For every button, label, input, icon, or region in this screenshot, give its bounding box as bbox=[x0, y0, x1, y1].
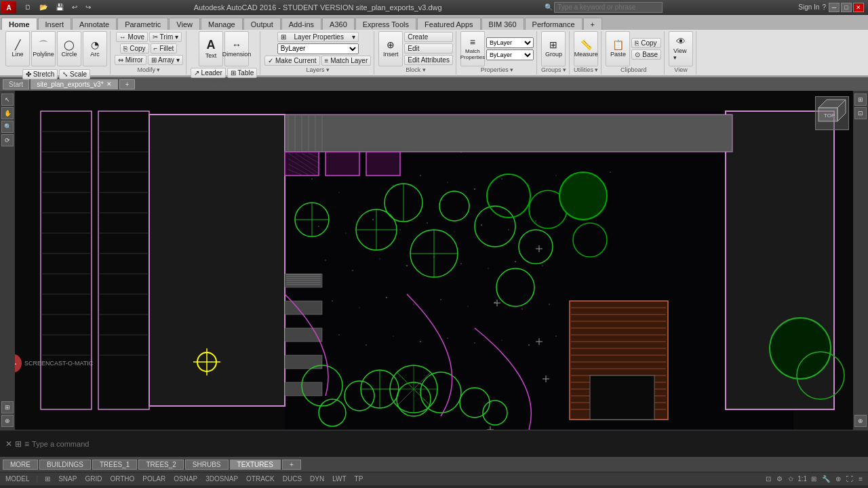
tool-copy[interactable]: ⎘ Copy bbox=[120, 43, 149, 54]
bottom-tab-trees2[interactable]: TREES_2 bbox=[138, 460, 183, 470]
tab-view[interactable]: View bbox=[169, 18, 200, 30]
qa-save[interactable]: 💾 bbox=[56, 3, 64, 11]
ortho-btn[interactable]: GRID bbox=[83, 475, 103, 483]
lwt-btn[interactable]: DYN bbox=[309, 475, 326, 483]
tool-insert[interactable]: ⊕ Insert bbox=[378, 31, 403, 66]
close-button[interactable]: ✕ bbox=[853, 3, 864, 12]
tab-plus[interactable]: + bbox=[583, 18, 602, 30]
tool-array[interactable]: ⊞ Array ▾ bbox=[148, 55, 183, 65]
tool-mirror[interactable]: ⇔ Mirror bbox=[115, 55, 146, 65]
right-tool-1[interactable]: ⊞ bbox=[854, 94, 867, 106]
tool-base[interactable]: ⊙ Base bbox=[631, 49, 661, 60]
make-current-btn[interactable]: ✓ Make Current bbox=[264, 56, 319, 66]
tab-insert[interactable]: Insert bbox=[38, 18, 72, 30]
right-tool-bottom[interactable]: ⊕ bbox=[854, 415, 867, 427]
customization-btn[interactable]: ≡ bbox=[857, 475, 864, 483]
tab-a360[interactable]: A360 bbox=[322, 18, 355, 30]
navcube[interactable]: TOP bbox=[815, 96, 849, 130]
command-input[interactable] bbox=[32, 440, 863, 448]
qa-redo[interactable]: ↪ bbox=[85, 3, 91, 11]
tab-parametric[interactable]: Parametric bbox=[117, 18, 168, 30]
left-tool-bottom1[interactable]: ⊞ bbox=[1, 401, 14, 413]
qa-open[interactable]: 📂 bbox=[39, 3, 47, 11]
color-selector[interactable]: ByLayer bbox=[486, 37, 534, 48]
draw-tab-new[interactable]: + bbox=[119, 79, 136, 89]
draw-tab-start[interactable]: Start bbox=[3, 79, 29, 89]
tool-edit[interactable]: Edit bbox=[404, 43, 453, 54]
tab-performance[interactable]: Performance bbox=[525, 18, 583, 30]
bottom-tab-more[interactable]: MORE bbox=[3, 460, 38, 470]
workspace-btn[interactable]: ✩ bbox=[787, 475, 795, 483]
left-tool-bottom2[interactable]: ⊕ bbox=[1, 415, 14, 427]
match-layer-btn[interactable]: ≡ Match Layer bbox=[321, 56, 372, 66]
tool-polyline[interactable]: ⌒ Polyline bbox=[31, 31, 56, 66]
cmdline-expand[interactable]: ⊞ bbox=[15, 439, 22, 449]
tool-stretch[interactable]: ✤ Stretch bbox=[22, 69, 58, 79]
tool-table[interactable]: ⊞ Table bbox=[227, 68, 258, 78]
tool-leader[interactable]: ↗ Leader bbox=[191, 68, 226, 78]
right-tool-2[interactable]: ⊡ bbox=[854, 107, 867, 119]
isolate-btn[interactable]: ⊡ bbox=[764, 475, 772, 483]
tool-view[interactable]: 👁 View ▾ bbox=[669, 31, 693, 66]
polar-btn[interactable]: ORTHO bbox=[108, 475, 136, 483]
global-search[interactable] bbox=[554, 2, 663, 13]
tab-addins[interactable]: Add-ins bbox=[281, 18, 321, 30]
tool-line[interactable]: ╱ Line bbox=[5, 31, 30, 66]
minimize-button[interactable]: ─ bbox=[829, 3, 840, 12]
bottom-tab-plus[interactable]: + bbox=[282, 460, 301, 470]
bottom-tab-trees1[interactable]: TREES_1 bbox=[92, 460, 137, 470]
otrack-btn[interactable]: 3DOSNAP bbox=[204, 475, 239, 483]
tab-featured[interactable]: Featured Apps bbox=[417, 18, 481, 30]
fullscreen-btn[interactable]: ⛶ bbox=[845, 475, 854, 483]
tool-fillet[interactable]: ⌐ Fillet bbox=[151, 43, 178, 54]
layer-properties[interactable]: ⊞Layer Properties▾ bbox=[277, 32, 359, 42]
ducs-btn[interactable]: OTRACK bbox=[245, 475, 276, 483]
help-icon[interactable]: ? bbox=[822, 3, 826, 11]
osnap-btn[interactable]: POLAR bbox=[141, 475, 167, 483]
tool-scale[interactable]: ⤡ Scale bbox=[59, 69, 90, 79]
tab-annotate[interactable]: Annotate bbox=[72, 18, 117, 30]
tool-match-properties[interactable]: ≡ Match Properties bbox=[460, 31, 485, 66]
bottom-tab-shrubs[interactable]: SHRUBS bbox=[185, 460, 229, 470]
tool-circle[interactable]: ◯ Circle bbox=[57, 31, 81, 66]
left-tool-select[interactable]: ↖ bbox=[1, 94, 14, 106]
left-tool-zoom[interactable]: 🔍 bbox=[1, 121, 14, 133]
draw-tab-close[interactable]: ✕ bbox=[106, 81, 112, 87]
tool-dimension[interactable]: ↔ Dimension bbox=[224, 31, 249, 66]
canvas-area[interactable]: Y ↖ ✋ 🔍 ⟳ ⊞ ⊕ ⊞ ⊡ ⊕ TOP ▶ SCREEN bbox=[0, 91, 868, 430]
cmdline-close[interactable]: ✕ bbox=[5, 439, 12, 449]
linetype-selector[interactable]: ByLayer bbox=[486, 49, 534, 60]
3dosnap-btn[interactable]: OSNAP bbox=[172, 475, 199, 483]
layer-selector[interactable]: ByLayer bbox=[277, 43, 359, 54]
maximize-button[interactable]: □ bbox=[841, 3, 852, 12]
left-tool-orbit[interactable]: ⟳ bbox=[1, 134, 14, 146]
tp-btn[interactable]: LWT bbox=[331, 475, 347, 483]
tool-edit-attrs[interactable]: Edit Attributes bbox=[404, 55, 453, 65]
cmdline-icon[interactable]: ≡ bbox=[24, 439, 29, 449]
viewport-btn[interactable]: ⊞ bbox=[810, 475, 818, 483]
tab-home[interactable]: Home bbox=[1, 18, 37, 30]
annotation-scale[interactable]: ⚙ bbox=[775, 475, 784, 483]
tab-bim360[interactable]: BIM 360 bbox=[481, 18, 524, 30]
dyn-btn[interactable]: DUCS bbox=[281, 475, 303, 483]
view3d-btn[interactable]: 🔧 bbox=[821, 475, 831, 483]
tab-express[interactable]: Express Tools bbox=[355, 18, 416, 30]
qp-btn[interactable]: TP bbox=[353, 475, 365, 483]
qa-undo[interactable]: ↩ bbox=[72, 3, 77, 11]
hardware-btn[interactable]: ⊕ bbox=[834, 475, 842, 483]
tab-manage[interactable]: Manage bbox=[201, 18, 243, 30]
tool-create[interactable]: Create bbox=[404, 32, 453, 42]
left-tool-pan[interactable]: ✋ bbox=[1, 107, 14, 119]
tool-copy-clip[interactable]: ⎘ Copy bbox=[631, 38, 661, 48]
tool-text[interactable]: A Text bbox=[199, 31, 223, 66]
tool-paste[interactable]: 📋 Paste bbox=[606, 31, 630, 66]
qa-new[interactable]: 🗋 bbox=[24, 3, 31, 11]
grid-btn[interactable]: SNAP bbox=[57, 475, 78, 483]
signin-button[interactable]: Sign In bbox=[798, 3, 819, 11]
tool-measure[interactable]: 📏 Measure bbox=[574, 31, 598, 66]
snap-btn[interactable]: ⊞ bbox=[43, 475, 52, 483]
bottom-tab-textures[interactable]: TEXTURES bbox=[230, 460, 281, 470]
draw-tab-file[interactable]: site_plan_exports_v3* ✕ bbox=[31, 79, 117, 89]
tool-move[interactable]: ↔ Move bbox=[116, 32, 148, 42]
tool-group[interactable]: ⊞ Group bbox=[541, 31, 566, 66]
